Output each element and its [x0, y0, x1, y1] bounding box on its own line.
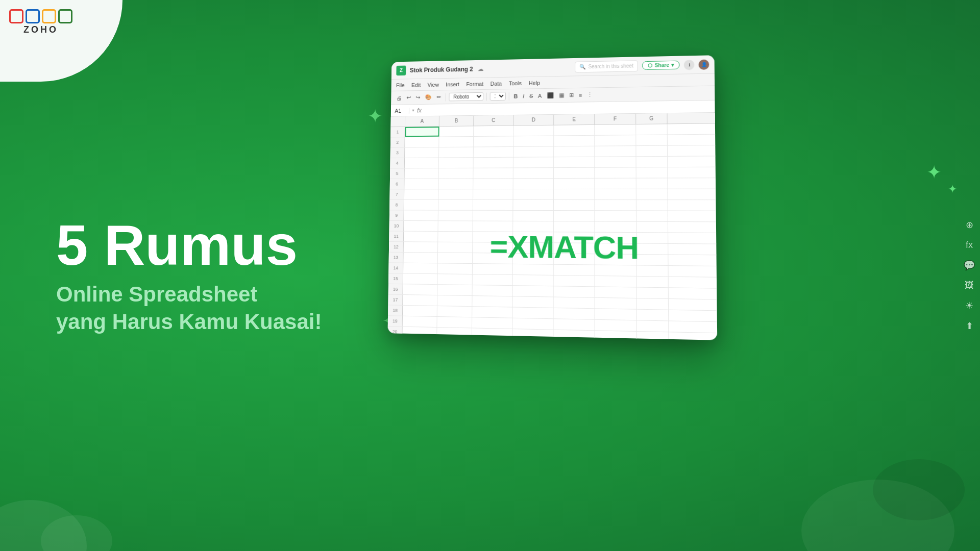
- info-icon[interactable]: ℹ: [684, 60, 695, 70]
- cloud-icon: ☁: [478, 65, 484, 72]
- table-row: 4: [390, 156, 715, 168]
- bottom-right-decoration: [873, 459, 965, 520]
- cell-e1[interactable]: [554, 125, 595, 136]
- font-select[interactable]: Roboto: [449, 92, 483, 102]
- share-label: Share: [655, 62, 669, 68]
- row-num-1: 1: [390, 127, 405, 137]
- search-box[interactable]: 🔍 Search in this sheet: [575, 60, 639, 72]
- zoom-sidebar-icon[interactable]: ⊕: [966, 219, 973, 231]
- zoho-text: ZOHO: [23, 24, 58, 35]
- cell-ref-arrow: ▾: [412, 108, 414, 113]
- fill-color-btn[interactable]: ⬛: [545, 92, 555, 99]
- fx-label: fx: [417, 107, 422, 114]
- cell-d1[interactable]: [513, 126, 554, 136]
- grid-area: A B C D E F G 1 2 3 4 5: [388, 113, 718, 340]
- fx-sidebar-icon[interactable]: fx: [966, 240, 973, 251]
- bold-btn[interactable]: B: [512, 92, 520, 99]
- menu-data[interactable]: Data: [491, 80, 502, 86]
- col-header-c: C: [474, 115, 513, 126]
- align-btn[interactable]: ≡: [577, 91, 583, 98]
- zoho-sq-blue: [26, 9, 40, 23]
- zoho-squares: [9, 9, 72, 23]
- main-title: 5 Rumus: [56, 215, 322, 276]
- col-header-g: G: [636, 113, 667, 124]
- share-icon: ⬡: [648, 63, 652, 68]
- export-sidebar-icon[interactable]: ⬆: [966, 320, 973, 332]
- sparkle-icon-5: ✦: [948, 184, 957, 195]
- zoho-sq-yellow: [42, 9, 56, 23]
- format-btn[interactable]: ✏: [435, 93, 443, 101]
- tb-divider-1: [446, 93, 446, 101]
- spreadsheet-window: Z Stok Produk Gudang 2 ☁ 🔍 Search in thi…: [388, 55, 718, 340]
- tb-divider-3: [509, 92, 509, 101]
- zoho-sq-green: [58, 9, 72, 23]
- col-header-d: D: [513, 115, 554, 126]
- user-avatar[interactable]: 👤: [699, 59, 709, 69]
- brightness-sidebar-icon[interactable]: ☀: [965, 300, 973, 311]
- size-select[interactable]: 10: [490, 92, 506, 101]
- share-chevron: ▾: [671, 62, 674, 68]
- sheet-icon: Z: [396, 65, 406, 76]
- zoho-logo: ZOHO: [9, 9, 72, 35]
- sheet-title: Stok Produk Gudang 2: [410, 65, 473, 73]
- cell-b1[interactable]: [439, 126, 474, 136]
- cell-c1[interactable]: [474, 126, 513, 136]
- sparkle-icon-1: ✦: [368, 107, 383, 126]
- zoho-sq-red: [9, 9, 23, 23]
- menu-format[interactable]: Format: [466, 81, 483, 87]
- cell-a1[interactable]: [405, 127, 439, 137]
- font-color-btn[interactable]: A: [536, 92, 543, 99]
- table-row: 7: [389, 189, 716, 201]
- menu-file[interactable]: File: [396, 82, 405, 88]
- col-header-b: B: [439, 116, 474, 126]
- subtitle-line2: yang Harus Kamu Kuasai!: [56, 308, 322, 336]
- undo-btn[interactable]: ↩: [405, 94, 412, 102]
- table-row: 8: [389, 200, 716, 211]
- italic-btn[interactable]: I: [521, 92, 526, 99]
- menu-tools[interactable]: Tools: [509, 80, 522, 86]
- menu-edit[interactable]: Edit: [411, 82, 421, 88]
- col-header-e: E: [554, 114, 595, 125]
- cell-f1[interactable]: [595, 124, 636, 135]
- subtitle-line1: Online Spreadsheet: [56, 280, 322, 308]
- borders-btn[interactable]: ▦: [557, 91, 566, 99]
- cell-g1[interactable]: [636, 124, 668, 135]
- left-content: 5 Rumus Online Spreadsheet yang Harus Ka…: [56, 215, 322, 336]
- sparkle-icon-4: ✦: [926, 163, 942, 182]
- right-sidebar: ⊕ fx 💬 🖼 ☀ ⬆: [964, 219, 975, 332]
- table-row: 5: [390, 167, 716, 179]
- image-sidebar-icon[interactable]: 🖼: [965, 280, 974, 291]
- menu-insert[interactable]: Insert: [446, 81, 459, 87]
- more-btn[interactable]: ⋮: [585, 91, 594, 98]
- search-icon: 🔍: [580, 64, 586, 69]
- paint-btn[interactable]: 🎨: [424, 93, 433, 101]
- cell-reference: A1: [395, 108, 409, 114]
- table-row: 6: [390, 178, 716, 189]
- col-header-a: A: [405, 116, 439, 127]
- table-row: 9: [389, 210, 716, 222]
- merge-btn[interactable]: ⊞: [568, 91, 575, 99]
- tb-divider-2: [486, 92, 487, 101]
- print-btn[interactable]: 🖨: [395, 94, 403, 102]
- menu-help[interactable]: Help: [529, 80, 540, 86]
- share-button[interactable]: ⬡ Share ▾: [642, 61, 679, 70]
- comment-sidebar-icon[interactable]: 💬: [964, 260, 975, 271]
- redo-btn[interactable]: ↪: [414, 94, 422, 102]
- menu-view[interactable]: View: [427, 82, 439, 88]
- search-placeholder: Search in this sheet: [589, 63, 633, 69]
- strike-btn[interactable]: S: [528, 92, 534, 99]
- grid-body: 1 2 3 4 5 6 7 8 9 10 11 12 13 14 15: [388, 123, 718, 340]
- col-header-f: F: [595, 114, 636, 124]
- corner-cell: [390, 117, 405, 127]
